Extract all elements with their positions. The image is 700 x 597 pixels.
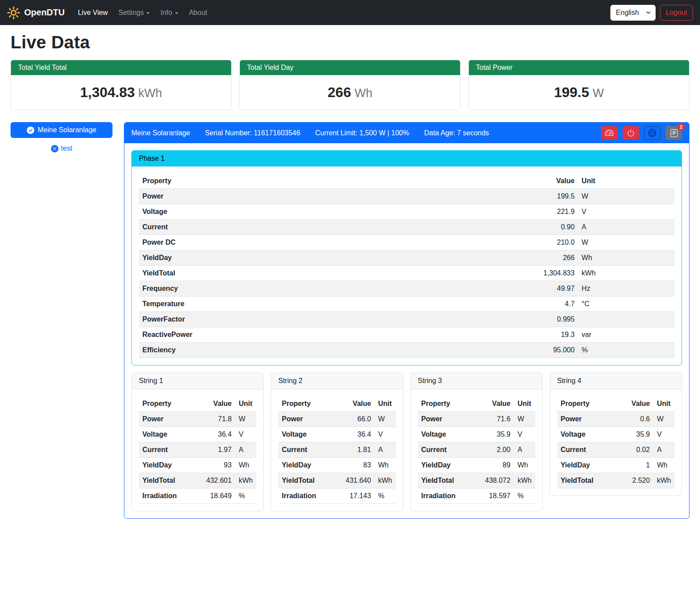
string-card-body: Property Value Unit Power (411, 389, 542, 511)
unit-cell: Wh (235, 458, 256, 473)
property-cell: YieldDay (139, 250, 444, 266)
string-card-4: String 4 Property Value Unit (550, 373, 682, 496)
unit-cell: Wh (578, 250, 675, 266)
inverter-list-item-test[interactable]: test (11, 145, 112, 152)
unit-cell: W (514, 412, 535, 427)
column-header-unit: Unit (578, 174, 675, 189)
string-card-3: String 3 Property Value Unit (410, 373, 543, 511)
value-cell: 431.640 (342, 473, 375, 488)
column-header-value: Value (444, 174, 578, 189)
property-cell: Power (557, 412, 624, 427)
value-cell: 0.02 (624, 442, 653, 458)
power-icon (627, 129, 635, 137)
property-cell: Voltage (278, 427, 342, 442)
language-select[interactable]: English (610, 5, 656, 21)
inverter-name: Meine Solaranlage (131, 129, 190, 137)
main-row: Meine Solaranlage test Meine Solaranlage… (11, 122, 689, 519)
property-cell: YieldTotal (139, 473, 203, 488)
table-row: Power 71.6 W (418, 412, 535, 427)
inverter-select-button[interactable]: Meine Solaranlage (11, 122, 112, 138)
value-cell: 2.00 (482, 442, 514, 458)
unit-cell: V (374, 427, 395, 442)
inverter-serial: Serial Number: 116171603546 (205, 129, 300, 137)
value-cell: 36.4 (342, 427, 375, 442)
value-cell: 1 (624, 458, 653, 473)
value-cell: 36.4 (203, 427, 235, 442)
unit-cell: kWh (653, 473, 675, 488)
nav-live-view-label: Live View (78, 9, 108, 17)
event-log-button[interactable]: 2 (666, 126, 682, 140)
brand-home-link[interactable]: OpenDTU (7, 6, 65, 19)
value-cell: 221.9 (444, 204, 578, 220)
string-card-body: Property Value Unit Power (271, 389, 403, 511)
summary-card-title: Total Yield Total (11, 60, 231, 75)
nav-info-label: Info (160, 9, 172, 17)
table-header-row: Property Value Unit (557, 396, 675, 412)
value-cell: 49.97 (444, 281, 578, 297)
chevron-down-icon (646, 10, 651, 15)
property-cell: Efficiency (139, 343, 444, 358)
property-cell: Current (557, 442, 624, 458)
table-row: Voltage 221.9 V (139, 204, 675, 220)
table-row: YieldDay 89 Wh (418, 458, 535, 473)
unit-cell: kWh (514, 473, 535, 488)
value-cell: 89 (482, 458, 514, 473)
string-table: Property Value Unit Power (557, 396, 675, 488)
power-toggle-button[interactable] (623, 126, 639, 140)
nav-item-live-view[interactable]: Live View (73, 5, 113, 20)
nav-item-settings[interactable]: Settings (113, 5, 155, 20)
table-row: Efficiency 95.000 % (139, 343, 675, 358)
property-cell: YieldDay (557, 458, 624, 473)
table-row: Power DC 210.0 W (139, 235, 675, 250)
column-header-unit: Unit (374, 396, 395, 412)
property-cell: Power (278, 412, 342, 427)
property-cell: Frequency (139, 281, 444, 297)
inverter-data-age: Data Age: 7 seconds (424, 129, 489, 137)
string-card-body: Property Value Unit Power (550, 389, 682, 496)
limit-settings-button[interactable] (601, 126, 617, 140)
summary-card: Total Power 199.5W (468, 60, 689, 110)
inverter-header-actions: 2 (601, 126, 682, 140)
nav-item-info[interactable]: Info (155, 5, 184, 20)
property-cell: Voltage (139, 204, 444, 220)
value-cell: 17.143 (342, 488, 375, 504)
value-cell: 66.0 (342, 412, 375, 427)
summary-card: Total Yield Day 266Wh (239, 60, 461, 110)
column-header-property: Property (418, 396, 482, 412)
summary-card-title: Total Yield Day (240, 60, 460, 75)
string-table-body: Power 66.0 W Voltage 36.4 V (278, 412, 395, 504)
logout-button[interactable]: Logout (660, 5, 693, 21)
unit-cell (578, 312, 675, 327)
unit-cell: W (374, 412, 395, 427)
nav-about-label: About (189, 9, 207, 17)
phase-card: Phase 1 Property Value Unit (131, 150, 682, 365)
inverter-sidebar: Meine Solaranlage test (11, 122, 112, 152)
page-title: Live Data (11, 33, 689, 52)
table-row: Current 0.02 A (557, 442, 675, 458)
value-cell: 210.0 (444, 235, 578, 250)
nav-item-about[interactable]: About (184, 5, 213, 20)
value-cell: 0.6 (624, 412, 653, 427)
string-card-title: String 2 (271, 373, 403, 389)
unit-cell: % (374, 488, 395, 504)
journal-text-icon (670, 129, 678, 137)
table-row: Voltage 36.4 V (278, 427, 395, 442)
device-info-button[interactable] (644, 126, 660, 140)
summary-cards: Total Yield Total 1,304.83kWh Total Yiel… (11, 60, 689, 110)
x-circle-icon (51, 145, 58, 152)
table-row: Current 2.00 A (418, 442, 535, 458)
phase-table: Property Value Unit Power (139, 174, 675, 358)
column-header-value: Value (203, 396, 235, 412)
unit-cell: °C (578, 297, 675, 312)
summary-card-body: 266Wh (240, 75, 460, 110)
property-cell: Voltage (557, 427, 624, 442)
nav-settings-label: Settings (118, 9, 144, 17)
check-circle-icon (27, 127, 34, 134)
phase-card-body: Property Value Unit Power (132, 166, 682, 365)
unit-cell: % (578, 343, 675, 358)
string-card-title: String 3 (411, 373, 542, 389)
table-row: Current 1.81 A (278, 442, 395, 458)
column-header-value: Value (342, 396, 375, 412)
value-cell: 18.597 (482, 488, 514, 504)
value-cell: 1.81 (342, 442, 375, 458)
